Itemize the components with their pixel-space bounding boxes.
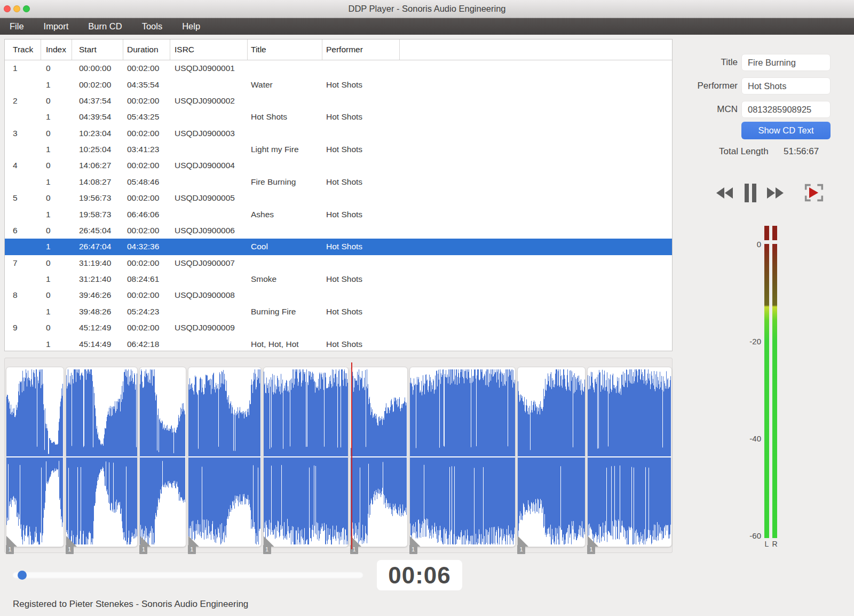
cell-index: 1	[41, 339, 72, 349]
cell-start: 04:37:54	[72, 96, 123, 106]
cell-duration: 05:43:25	[123, 112, 170, 122]
cell-isrc: USQDJ0900009	[170, 323, 248, 333]
cell-performer: Hot Shots	[322, 307, 400, 317]
table-row[interactable]: 6026:45:0400:02:00USQDJ0900006	[5, 223, 672, 239]
cell-performer: Hot Shots	[322, 145, 400, 154]
column-header-performer[interactable]: Performer	[322, 40, 400, 60]
menu-file[interactable]: File	[10, 21, 24, 31]
cell-duration: 03:41:23	[123, 145, 170, 154]
table-row[interactable]: 119:58:7306:46:06AshesHot Shots	[5, 206, 672, 222]
pause-icon	[745, 184, 756, 202]
seek-slider-thumb[interactable]	[18, 571, 27, 580]
cell-start: 45:12:49	[72, 323, 123, 333]
cell-isrc: USQDJ0900006	[170, 226, 248, 235]
waveform-track-1[interactable]: 1	[6, 367, 64, 547]
table-row[interactable]: 8039:46:2600:02:00USQDJ0900008	[5, 287, 672, 303]
column-header-title[interactable]: Title	[248, 40, 322, 60]
table-row[interactable]: 7031:19:4000:02:00USQDJ0900007	[5, 255, 672, 271]
pause-button[interactable]	[745, 184, 756, 204]
cell-index: 1	[41, 145, 72, 154]
table-row[interactable]: 9045:12:4900:02:00USQDJ0900009	[5, 320, 672, 336]
play-to-marker-icon	[804, 183, 824, 202]
table-row[interactable]: 1000:00:0000:02:00USQDJ0900001	[5, 60, 672, 76]
waveform-track-9[interactable]: 1	[587, 367, 672, 547]
play-to-marker-button[interactable]	[804, 183, 824, 204]
fast-forward-button[interactable]	[767, 187, 784, 201]
cell-title: Burning Fire	[248, 307, 322, 317]
meter-scale-label: 0	[740, 239, 761, 250]
waveform-track-7[interactable]: 1	[409, 367, 516, 547]
waveform-canvas	[140, 367, 185, 547]
track-list-body: 1000:00:0000:02:00USQDJ0900001100:02:000…	[5, 60, 672, 352]
index-marker: 1	[587, 545, 595, 554]
cell-performer: Hot Shots	[322, 177, 400, 187]
cell-start: 39:46:26	[72, 290, 123, 300]
table-row[interactable]: 110:25:0403:41:23Light my FireHot Shots	[5, 141, 672, 157]
seek-slider-track[interactable]	[12, 572, 363, 579]
cell-index: 1	[41, 210, 72, 219]
table-row[interactable]: 114:08:2705:48:46Fire BurningHot Shots	[5, 174, 672, 190]
performer-label: Performer	[674, 77, 738, 94]
waveform-track-5[interactable]: 1	[263, 367, 349, 547]
table-row[interactable]: 5019:56:7300:02:00USQDJ0900005	[5, 190, 672, 206]
registration-status: Registered to Pieter Stenekes - Sonoris …	[13, 599, 248, 610]
rewind-button[interactable]	[716, 187, 733, 201]
cell-isrc: USQDJ0900008	[170, 290, 248, 300]
cd-mcn-input[interactable]	[741, 101, 831, 118]
cell-title: Cool	[248, 242, 322, 251]
column-header-index[interactable]: Index	[41, 40, 72, 60]
column-header-start[interactable]: Start	[72, 40, 123, 60]
level-bar-left	[764, 244, 769, 538]
waveform-track-6[interactable]: 1	[350, 367, 408, 547]
menu-import[interactable]: Import	[44, 21, 69, 31]
menu-help[interactable]: Help	[182, 21, 200, 31]
cell-start: 10:23:04	[72, 129, 123, 138]
table-row[interactable]: 145:14:4906:42:18Hot, Hot, HotHot Shots	[5, 336, 672, 352]
app-window: DDP Player - Sonoris Audio Engineering F…	[0, 0, 854, 616]
rewind-icon	[716, 187, 733, 199]
index-marker: 1	[409, 545, 417, 554]
total-length-value: 51:56:67	[784, 146, 819, 157]
fast-forward-icon	[767, 187, 784, 199]
cd-title-input[interactable]	[741, 54, 831, 71]
waveform-panel[interactable]: 111111111	[4, 358, 673, 553]
table-row-selected[interactable]: 126:47:0404:32:36CoolHot Shots	[5, 239, 672, 255]
menu-tools[interactable]: Tools	[142, 21, 163, 31]
total-length-label: Total Length	[719, 146, 769, 157]
time-display: 00:06	[377, 560, 462, 590]
cell-index: 1	[41, 242, 72, 251]
table-row[interactable]: 139:48:2605:24:23Burning FireHot Shots	[5, 304, 672, 320]
cell-duration: 00:02:00	[123, 64, 170, 73]
cell-isrc: USQDJ0900001	[170, 64, 248, 73]
show-cd-text-button[interactable]: Show CD Text	[741, 122, 831, 139]
cell-duration: 04:35:54	[123, 80, 170, 90]
cell-index: 0	[41, 193, 72, 203]
waveform-canvas	[410, 367, 515, 547]
cell-start: 31:21:40	[72, 274, 123, 284]
cell-duration: 05:48:46	[123, 177, 170, 187]
waveform-canvas	[264, 367, 348, 547]
menu-burn-cd[interactable]: Burn CD	[88, 21, 122, 31]
table-row[interactable]: 4014:06:2700:02:00USQDJ0900004	[5, 157, 672, 173]
column-header-track[interactable]: Track	[5, 40, 41, 60]
cell-isrc: USQDJ0900005	[170, 193, 248, 203]
cd-performer-input[interactable]	[741, 77, 831, 94]
level-bar-right	[772, 244, 777, 538]
cell-performer: Hot Shots	[322, 112, 400, 122]
waveform-track-2[interactable]: 1	[66, 367, 138, 547]
waveform-track-4[interactable]: 1	[188, 367, 262, 547]
cell-isrc: USQDJ0900002	[170, 96, 248, 106]
table-row[interactable]: 131:21:4008:24:61SmokeHot Shots	[5, 271, 672, 287]
column-header-isrc[interactable]: ISRC	[170, 40, 248, 60]
table-row[interactable]: 3010:23:0400:02:00USQDJ0900003	[5, 125, 672, 141]
cell-index: 1	[41, 112, 72, 122]
seek-slider[interactable]	[12, 572, 363, 579]
column-header-duration[interactable]: Duration	[123, 40, 170, 60]
waveform-track-8[interactable]: 1	[517, 367, 586, 547]
waveform-track-3[interactable]: 1	[139, 367, 186, 547]
cell-start: 19:56:73	[72, 193, 123, 203]
cell-title: Smoke	[248, 274, 322, 284]
table-row[interactable]: 100:02:0004:35:54WaterHot Shots	[5, 76, 672, 92]
table-row[interactable]: 104:39:5405:43:25Hot ShotsHot Shots	[5, 109, 672, 125]
table-row[interactable]: 2004:37:5400:02:00USQDJ0900002	[5, 93, 672, 109]
